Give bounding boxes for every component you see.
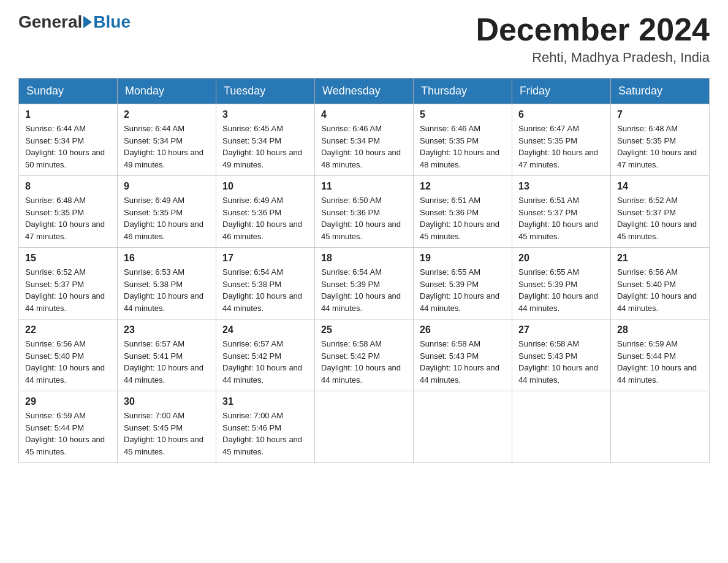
day-number: 5 [420,109,506,120]
calendar-day-cell: 16 Sunrise: 6:53 AM Sunset: 5:38 PM Dayl… [118,248,216,320]
day-number: 29 [25,396,111,407]
calendar-day-cell: 9 Sunrise: 6:49 AM Sunset: 5:35 PM Dayli… [118,176,216,248]
day-info: Sunrise: 6:55 AM Sunset: 5:39 PM Dayligh… [518,266,604,314]
calendar-day-cell: 2 Sunrise: 6:44 AM Sunset: 5:34 PM Dayli… [118,104,216,176]
day-number: 19 [420,253,506,264]
day-info: Sunrise: 6:54 AM Sunset: 5:39 PM Dayligh… [321,266,407,314]
day-number: 18 [321,253,407,264]
calendar-day-cell: 12 Sunrise: 6:51 AM Sunset: 5:36 PM Dayl… [414,176,512,248]
day-info: Sunrise: 6:44 AM Sunset: 5:34 PM Dayligh… [124,123,210,170]
day-number: 8 [25,181,111,192]
calendar-day-cell [315,391,414,463]
day-info: Sunrise: 6:51 AM Sunset: 5:37 PM Dayligh… [518,194,604,242]
header-sunday: Sunday [19,79,118,104]
calendar-day-cell: 6 Sunrise: 6:47 AM Sunset: 5:35 PM Dayli… [512,104,611,176]
day-info: Sunrise: 6:58 AM Sunset: 5:43 PM Dayligh… [518,338,604,386]
day-info: Sunrise: 6:53 AM Sunset: 5:38 PM Dayligh… [124,266,210,314]
day-info: Sunrise: 6:57 AM Sunset: 5:41 PM Dayligh… [124,338,210,386]
day-number: 11 [321,181,407,192]
calendar-table: Sunday Monday Tuesday Wednesday Thursday… [18,78,710,463]
day-info: Sunrise: 6:46 AM Sunset: 5:34 PM Dayligh… [321,123,407,170]
header-friday: Friday [512,79,611,104]
day-number: 23 [124,324,210,335]
day-info: Sunrise: 6:58 AM Sunset: 5:42 PM Dayligh… [321,338,407,386]
location-text: Rehti, Madhya Pradesh, India [476,50,710,66]
calendar-day-cell: 11 Sunrise: 6:50 AM Sunset: 5:36 PM Dayl… [315,176,414,248]
header-tuesday: Tuesday [216,79,315,104]
calendar-day-cell: 29 Sunrise: 6:59 AM Sunset: 5:44 PM Dayl… [19,391,118,463]
day-info: Sunrise: 6:48 AM Sunset: 5:35 PM Dayligh… [617,123,703,170]
header-monday: Monday [118,79,216,104]
day-info: Sunrise: 6:52 AM Sunset: 5:37 PM Dayligh… [25,266,111,314]
day-info: Sunrise: 6:48 AM Sunset: 5:35 PM Dayligh… [25,194,111,242]
day-info: Sunrise: 6:47 AM Sunset: 5:35 PM Dayligh… [518,123,604,170]
day-number: 13 [518,181,604,192]
logo: General Blue [18,12,131,32]
day-info: Sunrise: 7:00 AM Sunset: 5:46 PM Dayligh… [222,410,308,458]
calendar-day-cell: 30 Sunrise: 7:00 AM Sunset: 5:45 PM Dayl… [118,391,216,463]
calendar-day-cell: 24 Sunrise: 6:57 AM Sunset: 5:42 PM Dayl… [216,320,315,391]
calendar-day-cell [414,391,512,463]
day-info: Sunrise: 7:00 AM Sunset: 5:45 PM Dayligh… [124,410,210,458]
day-info: Sunrise: 6:44 AM Sunset: 5:34 PM Dayligh… [25,123,111,170]
calendar-day-cell: 15 Sunrise: 6:52 AM Sunset: 5:37 PM Dayl… [19,248,118,320]
day-number: 31 [222,396,308,407]
calendar-day-cell: 8 Sunrise: 6:48 AM Sunset: 5:35 PM Dayli… [19,176,118,248]
day-number: 7 [617,109,703,120]
calendar-day-cell: 4 Sunrise: 6:46 AM Sunset: 5:34 PM Dayli… [315,104,414,176]
day-info: Sunrise: 6:57 AM Sunset: 5:42 PM Dayligh… [222,338,308,386]
calendar-day-cell: 27 Sunrise: 6:58 AM Sunset: 5:43 PM Dayl… [512,320,611,391]
day-info: Sunrise: 6:56 AM Sunset: 5:40 PM Dayligh… [617,266,703,314]
week-row-5: 29 Sunrise: 6:59 AM Sunset: 5:44 PM Dayl… [19,391,710,463]
month-title: December 2024 [476,12,710,47]
header-saturday: Saturday [611,79,710,104]
day-number: 6 [518,109,604,120]
day-number: 27 [518,324,604,335]
logo-general-text: General [18,12,82,32]
day-info: Sunrise: 6:52 AM Sunset: 5:37 PM Dayligh… [617,194,703,242]
week-row-3: 15 Sunrise: 6:52 AM Sunset: 5:37 PM Dayl… [19,248,710,320]
calendar-day-cell: 18 Sunrise: 6:54 AM Sunset: 5:39 PM Dayl… [315,248,414,320]
header-wednesday: Wednesday [315,79,414,104]
calendar-day-cell: 7 Sunrise: 6:48 AM Sunset: 5:35 PM Dayli… [611,104,710,176]
day-number: 26 [420,324,506,335]
day-number: 21 [617,253,703,264]
day-number: 22 [25,324,111,335]
day-number: 30 [124,396,210,407]
day-info: Sunrise: 6:49 AM Sunset: 5:36 PM Dayligh… [222,194,308,242]
calendar-day-cell: 22 Sunrise: 6:56 AM Sunset: 5:40 PM Dayl… [19,320,118,391]
logo-blue-text: Blue [93,12,131,32]
day-number: 16 [124,253,210,264]
page-header: General Blue December 2024 Rehti, Madhya… [18,12,710,66]
day-info: Sunrise: 6:46 AM Sunset: 5:35 PM Dayligh… [420,123,506,170]
week-row-4: 22 Sunrise: 6:56 AM Sunset: 5:40 PM Dayl… [19,320,710,391]
calendar-day-cell: 10 Sunrise: 6:49 AM Sunset: 5:36 PM Dayl… [216,176,315,248]
title-section: December 2024 Rehti, Madhya Pradesh, Ind… [476,12,710,66]
day-info: Sunrise: 6:56 AM Sunset: 5:40 PM Dayligh… [25,338,111,386]
calendar-header-row: Sunday Monday Tuesday Wednesday Thursday… [19,79,710,104]
calendar-day-cell: 19 Sunrise: 6:55 AM Sunset: 5:39 PM Dayl… [414,248,512,320]
day-number: 14 [617,181,703,192]
day-info: Sunrise: 6:51 AM Sunset: 5:36 PM Dayligh… [420,194,506,242]
calendar-day-cell: 17 Sunrise: 6:54 AM Sunset: 5:38 PM Dayl… [216,248,315,320]
day-number: 9 [124,181,210,192]
calendar-day-cell: 14 Sunrise: 6:52 AM Sunset: 5:37 PM Dayl… [611,176,710,248]
day-number: 3 [222,109,308,120]
calendar-day-cell [512,391,611,463]
calendar-day-cell: 5 Sunrise: 6:46 AM Sunset: 5:35 PM Dayli… [414,104,512,176]
day-info: Sunrise: 6:55 AM Sunset: 5:39 PM Dayligh… [420,266,506,314]
calendar-day-cell: 1 Sunrise: 6:44 AM Sunset: 5:34 PM Dayli… [19,104,118,176]
calendar-day-cell: 25 Sunrise: 6:58 AM Sunset: 5:42 PM Dayl… [315,320,414,391]
day-info: Sunrise: 6:58 AM Sunset: 5:43 PM Dayligh… [420,338,506,386]
day-number: 12 [420,181,506,192]
day-number: 24 [222,324,308,335]
day-number: 17 [222,253,308,264]
day-info: Sunrise: 6:54 AM Sunset: 5:38 PM Dayligh… [222,266,308,314]
day-number: 4 [321,109,407,120]
day-info: Sunrise: 6:49 AM Sunset: 5:35 PM Dayligh… [124,194,210,242]
day-info: Sunrise: 6:59 AM Sunset: 5:44 PM Dayligh… [617,338,703,386]
header-thursday: Thursday [414,79,512,104]
day-info: Sunrise: 6:45 AM Sunset: 5:34 PM Dayligh… [222,123,308,170]
day-info: Sunrise: 6:59 AM Sunset: 5:44 PM Dayligh… [25,410,111,458]
calendar-day-cell: 3 Sunrise: 6:45 AM Sunset: 5:34 PM Dayli… [216,104,315,176]
